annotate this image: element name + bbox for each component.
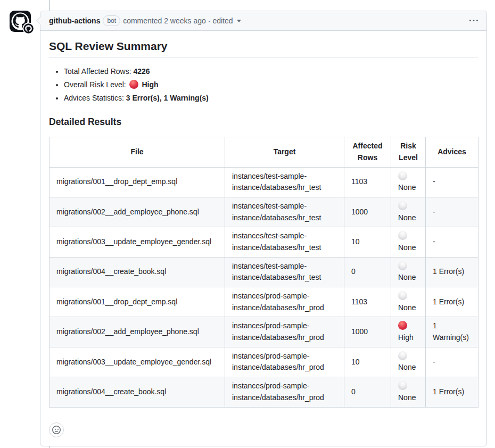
risk-level-icon bbox=[398, 321, 407, 330]
cell-target: instances/prod-sample-instance/databases… bbox=[225, 317, 344, 347]
comment-card: github-actions bot commented 2 weeks ago… bbox=[40, 11, 487, 446]
cell-advices: - bbox=[426, 227, 478, 257]
cell-file: migrations/003__update_employee_gender.s… bbox=[50, 227, 225, 257]
reactions-bar bbox=[49, 422, 478, 437]
bot-badge: bot bbox=[103, 15, 120, 26]
risk-level-icon bbox=[398, 351, 407, 360]
cell-risk-level: None bbox=[391, 347, 426, 377]
cell-affected-rows: 1103 bbox=[344, 167, 391, 197]
cell-advices: - bbox=[426, 197, 478, 227]
cell-advices: 1 Error(s) bbox=[426, 287, 478, 317]
cell-target: instances/prod-sample-instance/databases… bbox=[225, 287, 344, 317]
comment-body: SQL Review Summary Total Affected Rows: … bbox=[40, 31, 486, 446]
cell-file: migrations/004__create_book.sql bbox=[50, 257, 225, 287]
cell-file: migrations/001__drop_dept_emp.sql bbox=[50, 287, 225, 317]
cell-file: migrations/001__drop_dept_emp.sql bbox=[50, 167, 225, 197]
comment-header: github-actions bot commented 2 weeks ago… bbox=[40, 11, 486, 31]
risk-level-icon bbox=[398, 171, 407, 180]
cell-target: instances/test-sample-instance/databases… bbox=[225, 257, 344, 287]
column-header-file: File bbox=[50, 137, 225, 167]
cell-affected-rows: 1000 bbox=[344, 317, 391, 347]
cell-target: instances/test-sample-instance/databases… bbox=[225, 197, 344, 227]
cell-file: migrations/004__create_book.sql bbox=[50, 377, 225, 407]
table-row: migrations/003__update_employee_gender.s… bbox=[50, 347, 478, 377]
cell-risk-level: None bbox=[391, 257, 426, 287]
smiley-icon bbox=[52, 426, 61, 434]
table-row: migrations/002__add_employee_phone.sql i… bbox=[50, 317, 478, 347]
risk-level-icon bbox=[398, 291, 407, 300]
table-row: migrations/003__update_employee_gender.s… bbox=[50, 227, 478, 257]
edited-label: edited bbox=[212, 16, 233, 25]
summary-risk-value: High bbox=[142, 80, 158, 89]
cell-affected-rows: 0 bbox=[344, 257, 391, 287]
red-circle-icon bbox=[129, 80, 138, 89]
cell-risk-level: None bbox=[391, 377, 426, 407]
page-title: SQL Review Summary bbox=[49, 39, 478, 57]
detailed-results-table: File Target Affected Rows Risk Level Adv… bbox=[49, 137, 478, 407]
cell-target: instances/prod-sample-instance/databases… bbox=[225, 377, 344, 407]
risk-level-icon bbox=[398, 261, 407, 270]
table-header-row: File Target Affected Rows Risk Level Adv… bbox=[50, 137, 478, 167]
cell-risk-level: None bbox=[391, 197, 426, 227]
risk-level-icon bbox=[398, 201, 407, 210]
summary-advices-value: 3 Error(s), 1 Warning(s) bbox=[126, 94, 209, 102]
cell-risk-level: None bbox=[391, 287, 426, 317]
comment-options-button[interactable] bbox=[465, 14, 478, 27]
table-row: migrations/004__create_book.sql instance… bbox=[50, 377, 478, 407]
avatar[interactable] bbox=[10, 11, 35, 36]
column-header-affected-rows: Affected Rows bbox=[344, 137, 391, 167]
comment-author-link[interactable]: github-actions bbox=[49, 16, 100, 25]
cell-advices: - bbox=[426, 167, 478, 197]
kebab-horizontal-icon bbox=[469, 16, 478, 25]
table-row: migrations/002__add_employee_phone.sql i… bbox=[50, 197, 478, 227]
add-reaction-button[interactable] bbox=[49, 422, 64, 437]
column-header-risk-level: Risk Level bbox=[391, 137, 426, 167]
comment-timestamp-link[interactable]: commented 2 weeks ago bbox=[123, 16, 206, 25]
summary-list: Total Affected Rows: 4226 Overall Risk L… bbox=[49, 66, 478, 104]
cell-file: migrations/002__add_employee_phone.sql bbox=[50, 317, 225, 347]
cell-target: instances/prod-sample-instance/databases… bbox=[225, 347, 344, 377]
cell-risk-level: None bbox=[391, 167, 426, 197]
cell-affected-rows: 1103 bbox=[344, 287, 391, 317]
cell-risk-level: None bbox=[391, 227, 426, 257]
cell-affected-rows: 10 bbox=[344, 347, 391, 377]
cell-affected-rows: 10 bbox=[344, 227, 391, 257]
risk-level-icon bbox=[398, 231, 407, 240]
cell-advices: 1 Error(s) bbox=[426, 377, 478, 407]
cell-advices: 1 Error(s) bbox=[426, 257, 478, 287]
summary-item-risk-level: Overall Risk Level: High bbox=[64, 79, 478, 90]
cell-target: instances/test-sample-instance/databases… bbox=[225, 167, 344, 197]
cell-file: migrations/003__update_employee_gender.s… bbox=[50, 347, 225, 377]
details-section-title: Detailed Results bbox=[49, 117, 478, 128]
table-row: migrations/001__drop_dept_emp.sql instan… bbox=[50, 167, 478, 197]
cell-file: migrations/002__add_employee_phone.sql bbox=[50, 197, 225, 227]
cell-target: instances/test-sample-instance/databases… bbox=[225, 227, 344, 257]
table-row: migrations/004__create_book.sql instance… bbox=[50, 257, 478, 287]
cell-risk-level: High bbox=[391, 317, 426, 347]
cell-affected-rows: 0 bbox=[344, 377, 391, 407]
risk-level-icon bbox=[398, 381, 407, 390]
column-header-target: Target bbox=[225, 137, 344, 167]
cell-affected-rows: 1000 bbox=[344, 197, 391, 227]
meta-separator: · bbox=[208, 16, 211, 25]
cell-advices: 1 Warning(s) bbox=[426, 317, 478, 347]
edited-dropdown[interactable]: edited bbox=[212, 16, 241, 25]
github-actions-avatar-icon bbox=[10, 11, 35, 36]
column-header-advices: Advices bbox=[426, 137, 478, 167]
table-row: migrations/001__drop_dept_emp.sql instan… bbox=[50, 287, 478, 317]
summary-item-total-rows: Total Affected Rows: 4226 bbox=[64, 66, 478, 77]
chevron-down-icon bbox=[237, 20, 241, 22]
cell-advices: - bbox=[426, 347, 478, 377]
summary-item-advices: Advices Statistics: 3 Error(s), 1 Warnin… bbox=[64, 93, 478, 104]
summary-total-rows-value: 4226 bbox=[133, 67, 150, 76]
